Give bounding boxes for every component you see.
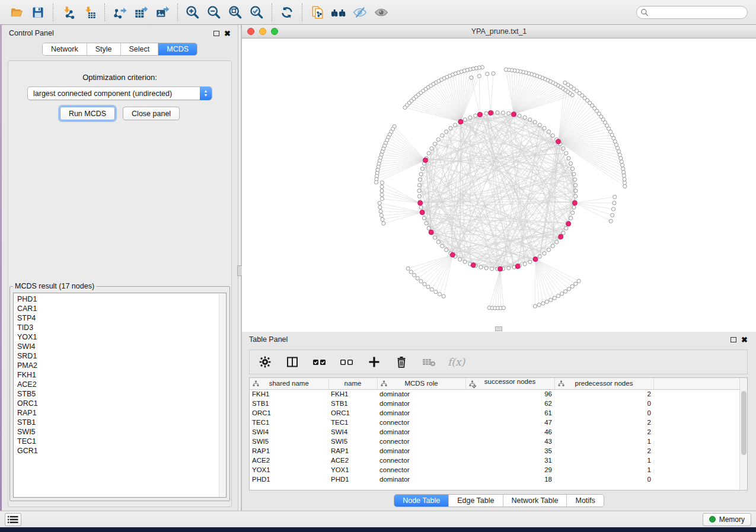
memory-button[interactable]: Memory [703,513,751,526]
network-node[interactable] [449,126,452,130]
network-node[interactable] [618,153,621,156]
tab-mcds[interactable]: MCDS [158,43,197,55]
network-node[interactable] [380,197,384,201]
mcds-result-item[interactable]: CAR1 [17,304,226,313]
network-node[interactable] [416,277,419,280]
refresh-button[interactable] [276,2,298,23]
table-row[interactable]: SWI5SWI5connector431 [250,437,747,446]
vertical-splitter[interactable] [238,25,241,511]
close-panel-icon[interactable]: ✖ [224,30,231,37]
network-node[interactable] [490,267,493,271]
network-node[interactable] [417,183,421,187]
network-node[interactable] [430,147,433,150]
table-row[interactable]: FKH1FKH1dominator962 [250,389,747,399]
network-node[interactable] [567,156,570,160]
network-node[interactable] [463,260,467,264]
network-node[interactable] [441,134,444,137]
network-node[interactable] [403,105,407,109]
mcds-result-item[interactable]: PMA2 [17,361,226,370]
network-node[interactable] [468,116,472,119]
column-header-mcds-role[interactable]: MCDS role [377,378,465,389]
network-node-dominator[interactable] [566,222,571,226]
network-node[interactable] [502,306,505,310]
network-node[interactable] [621,164,624,167]
zoom-selected-button[interactable] [246,2,267,23]
network-node[interactable] [433,236,436,239]
table-row[interactable]: SWI4SWI4dominator462 [250,427,747,437]
mcds-result-item[interactable]: SWI4 [17,342,226,351]
network-node[interactable] [484,267,488,270]
network-node[interactable] [507,267,511,270]
tab-network[interactable]: Network [43,43,87,55]
tab-select[interactable]: Select [121,43,159,55]
network-node[interactable] [564,226,568,230]
network-node[interactable] [423,283,426,286]
clone-network-button[interactable] [307,2,328,23]
network-node[interactable] [623,177,626,181]
network-node[interactable] [543,126,546,130]
network-node[interactable] [562,147,565,150]
export-image-button[interactable] [152,2,173,23]
network-node[interactable] [378,201,381,205]
network-node[interactable] [417,189,421,193]
network-node[interactable] [556,294,560,297]
network-node-dominator[interactable] [533,257,538,261]
network-node[interactable] [563,81,567,85]
network-node-dominator[interactable] [429,230,433,235]
task-history-button[interactable] [5,513,21,526]
network-node[interactable] [547,130,550,133]
network-node-dominator[interactable] [515,264,520,269]
network-node[interactable] [420,167,424,171]
network-node[interactable] [479,265,483,269]
mcds-result-item[interactable]: SRD1 [17,351,226,361]
network-node[interactable] [567,287,570,291]
network-node[interactable] [545,300,548,303]
network-node-dominator[interactable] [458,119,463,124]
network-node[interactable] [406,267,410,270]
network-node[interactable] [381,217,384,221]
import-table-button[interactable] [79,2,100,23]
network-node[interactable] [564,290,567,293]
network-node[interactable] [441,244,444,248]
deselect-all-button[interactable] [339,354,355,370]
network-node[interactable] [380,181,384,184]
network-node[interactable] [380,189,384,193]
network-node[interactable] [551,244,554,248]
zoom-fit-button[interactable] [225,2,246,23]
network-node-dominator[interactable] [423,158,428,162]
network-node[interactable] [533,305,537,308]
column-header-successor-nodes[interactable]: successor nodes [465,378,554,389]
network-node[interactable] [570,284,574,288]
mcds-result-item[interactable]: GCR1 [17,446,226,456]
network-node[interactable] [549,298,553,302]
mcds-result-item[interactable]: RAP1 [17,408,226,418]
network-node[interactable] [541,302,545,305]
network-node[interactable] [438,292,441,296]
network-node-dominator[interactable] [511,112,516,117]
network-node[interactable] [444,248,448,252]
run-mcds-button[interactable]: Run MCDS [60,107,115,120]
mcds-result-item[interactable]: ORC1 [17,399,226,408]
network-node[interactable] [523,262,527,266]
network-node[interactable] [496,111,499,114]
network-node[interactable] [436,240,440,243]
network-node[interactable] [474,114,477,117]
mcds-result-item[interactable]: SWI5 [17,427,226,437]
network-node[interactable] [613,195,617,198]
vizmapper-eye-button[interactable] [349,2,371,23]
zoom-in-button[interactable] [182,2,203,23]
network-node[interactable] [553,296,556,300]
network-node-dominator[interactable] [420,210,425,214]
network-node[interactable] [430,287,433,291]
gear-button[interactable] [257,354,273,370]
add-column-button[interactable] [366,354,382,370]
network-node[interactable] [611,213,614,217]
column-header-predecessor-nodes[interactable]: predecessor nodes [554,378,653,389]
network-node[interactable] [574,189,578,193]
network-node[interactable] [528,118,532,121]
network-node[interactable] [573,178,577,181]
network-node[interactable] [507,111,511,115]
network-node[interactable] [380,193,384,197]
network-node[interactable] [551,134,554,137]
network-node[interactable] [528,260,532,264]
